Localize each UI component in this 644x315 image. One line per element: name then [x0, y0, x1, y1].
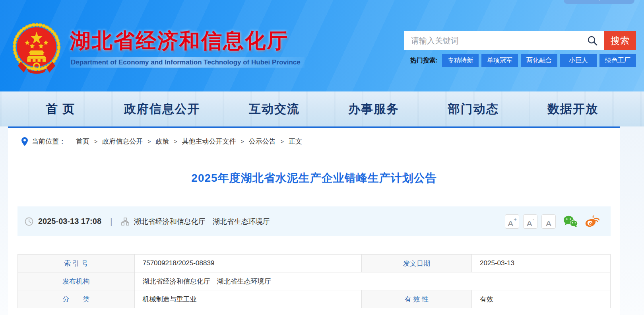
document-info-table: 索 引 号 757009218/2025-08839 发文日期 2025-03-…: [17, 254, 611, 308]
hot-tag-lvsegongchang[interactable]: 绿色工厂: [599, 54, 636, 67]
meta-divider: |: [110, 216, 113, 227]
table-row: 发布机构 湖北省经济和信息化厅 湖北省生态环境厅: [18, 272, 611, 290]
hot-tag-danxiangguanjun[interactable]: 单项冠军: [481, 54, 518, 67]
site-subtitle: Department of Economy and Information Te…: [70, 57, 305, 68]
search-input[interactable]: [404, 31, 604, 50]
table-row: 索 引 号 757009218/2025-08839 发文日期 2025-03-…: [18, 255, 611, 272]
validity-value: 有效: [472, 290, 611, 308]
category-value: 机械制造与重工业: [134, 290, 361, 308]
hot-tag-xiaojuren[interactable]: 小巨人: [560, 54, 597, 67]
index-number-label: 索 引 号: [18, 255, 135, 272]
font-decrease-button[interactable]: A-: [523, 214, 537, 229]
font-reset-button[interactable]: A: [541, 214, 556, 229]
clock-icon: [25, 217, 33, 226]
breadcrumb-announcements[interactable]: 公示公告: [249, 137, 276, 146]
location-pin-icon: [21, 137, 28, 146]
national-emblem-logo: [12, 23, 61, 75]
site-logo-block[interactable]: 湖北省经济和信息化厅 Department of Economy and Inf…: [12, 23, 305, 75]
nav-item-gov-info[interactable]: 政府信息公开: [124, 101, 200, 117]
breadcrumb-separator: >: [241, 138, 244, 145]
nav-item-services[interactable]: 办事服务: [348, 101, 399, 117]
search-module: 搜索 热门搜索: 专精特新 单项冠军 两化融合 小巨人 绿色工厂: [404, 31, 636, 67]
breadcrumb-home[interactable]: 首页: [76, 137, 89, 146]
hot-search-label: 热门搜索:: [410, 56, 438, 65]
index-number-value: 757009218/2025-08839: [134, 255, 361, 272]
breadcrumb-separator: >: [281, 138, 284, 145]
nav-item-dept-news[interactable]: 部门动态: [448, 101, 499, 117]
publish-time: 2025-03-13 17:08: [38, 217, 101, 226]
issue-date-label: 发文日期: [361, 255, 471, 272]
nav-item-home[interactable]: 首 页: [46, 101, 75, 117]
source-org-icon: [121, 218, 129, 226]
main-navigation: 首 页 政府信息公开 互动交流 办事服务 部门动态 数据开放: [0, 91, 644, 126]
site-title: 湖北省经济和信息化厅: [70, 30, 305, 51]
breadcrumb-separator: >: [94, 138, 97, 145]
issuing-org-label: 发布机构: [18, 272, 135, 290]
font-increase-button[interactable]: A+: [505, 214, 519, 229]
nav-item-interaction[interactable]: 互动交流: [249, 101, 300, 117]
issuing-org-value: 湖北省经济和信息化厅 湖北省生态环境厅: [134, 272, 610, 290]
site-banner: 湖北省经济和信息化厅 Department of Economy and Inf…: [0, 0, 644, 91]
validity-label: 有 效 性: [361, 290, 471, 308]
issue-date-value: 2025-03-13: [472, 255, 611, 272]
breadcrumb-current: 正文: [289, 137, 302, 146]
article-title: 2025年度湖北省水泥生产企业错峰生产计划公告: [17, 171, 611, 186]
search-icon: [587, 35, 598, 46]
breadcrumb-other-docs[interactable]: 其他主动公开文件: [182, 137, 236, 146]
table-row: 分 类 机械制造与重工业 有 效 性 有效: [18, 290, 611, 308]
content-panel: 当前位置： 首页 > 政府信息公开 > 政策 > 其他主动公开文件 > 公示公告…: [8, 126, 620, 315]
hot-tag-lianghuaronghe[interactable]: 两化融合: [521, 54, 557, 67]
breadcrumb-policy[interactable]: 政策: [155, 137, 169, 146]
article-meta-bar: 2025-03-13 17:08 | 湖北省经济和信息化厅 湖北省生态环境厅 A…: [17, 206, 611, 236]
wechat-share-icon[interactable]: [563, 215, 578, 228]
breadcrumb: 当前位置： 首页 > 政府信息公开 > 政策 > 其他主动公开文件 > 公示公告…: [17, 128, 611, 146]
weibo-share-icon[interactable]: [585, 215, 600, 228]
category-label: 分 类: [18, 290, 135, 308]
breadcrumb-separator: >: [174, 138, 177, 145]
floating-toolbar-pill[interactable]: [564, 0, 634, 4]
breadcrumb-gov-info[interactable]: 政府信息公开: [102, 137, 143, 146]
source-orgs: 湖北省经济和信息化厅 湖北省生态环境厅: [134, 217, 270, 226]
breadcrumb-separator: >: [147, 138, 151, 145]
search-button[interactable]: 搜索: [604, 31, 636, 50]
hot-tag-zhuanjingtexin[interactable]: 专精特新: [442, 54, 479, 67]
nav-item-open-data[interactable]: 数据开放: [547, 101, 598, 117]
breadcrumb-label: 当前位置：: [32, 137, 66, 146]
